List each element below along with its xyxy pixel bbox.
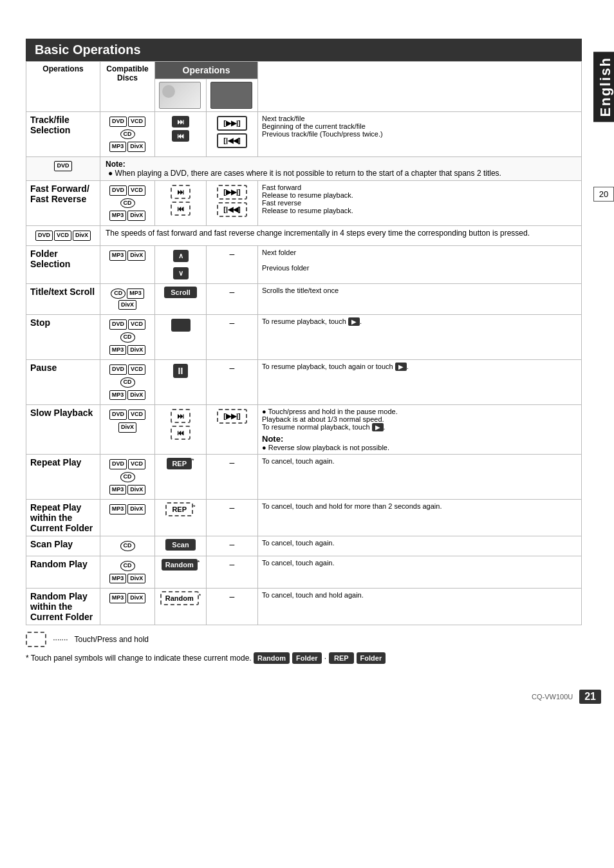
ff-badge-divx: DivX (127, 211, 145, 221)
btn-next-track-remote[interactable]: [▶▶|] (217, 116, 247, 131)
desc-fast: Fast forward Release to resume playback.… (258, 181, 582, 226)
st-badge-divx: DivX (127, 345, 145, 355)
rp-badge-mp3: MP3 (109, 485, 127, 495)
btn-slow-rev[interactable]: ⏮ (171, 426, 191, 440)
discs-scan: CD (100, 536, 155, 556)
discs-random-folder: MP3 DivX (100, 589, 155, 625)
col-header-operations: Operations (26, 62, 100, 112)
note-badge-dvd: DVD (54, 161, 71, 171)
remote-fast: [▶▶|] [|◀◀] (207, 181, 258, 226)
btn-scroll[interactable]: Scroll (164, 287, 197, 298)
desc-scan: To cancel, touch again. (258, 536, 582, 556)
discs-track: DVD VCD CD MP3 DivX (100, 112, 155, 157)
row-fast-forward: Fast Forward/Fast Reverse DVD VCD CD MP3… (26, 181, 582, 226)
speed-note-text: The speeds of fast forward and fast reve… (100, 226, 582, 246)
label-random-folder: Random Play within the Current Folder (26, 589, 100, 625)
touch-repeat-folder: REP* (155, 500, 207, 536)
btn-stop[interactable] (171, 319, 191, 332)
col-header-compatible: CompatibleDiscs (100, 62, 155, 112)
badge-cd: CD (120, 129, 135, 140)
discs-fast: DVD VCD CD MP3 DivX (100, 181, 155, 226)
section-title: Basic Operations (26, 39, 582, 61)
remote-stop: – (207, 315, 258, 360)
row-track-selection: Track/file Selection DVD VCD CD MP3 DivX (26, 112, 582, 157)
label-repeat-play: Repeat Play (26, 455, 100, 500)
bottom-bar: CQ-VW100U 21 (0, 690, 614, 704)
btn-prev-track-remote[interactable]: [|◀◀] (217, 133, 247, 148)
language-tab: English (593, 52, 614, 122)
page-number-bottom: 21 (579, 690, 601, 704)
btn-random-folder[interactable]: Random (160, 591, 199, 605)
desc-folder: Next folder Previous folder (258, 245, 582, 283)
desc-random: To cancel, touch again. (258, 556, 582, 589)
btn-pause[interactable]: II (173, 364, 189, 378)
btn-prev-track-touch[interactable]: ⏮ (172, 130, 189, 142)
discs-slow: DVD VCD DivX (100, 405, 155, 455)
btn-fr-remote[interactable]: [|◀◀] (217, 202, 247, 217)
row-stop: Stop DVD VCD CD MP3 DivX (26, 315, 582, 360)
btn-ff-touch[interactable]: ⏭ (171, 185, 191, 199)
btn-slow-remote[interactable]: [▶▶|] (217, 409, 247, 424)
btn-slow-fwd[interactable]: ⏭ (171, 409, 191, 423)
discs-folder: MP3 DivX (100, 245, 155, 283)
btn-rep-folder[interactable]: REP (165, 502, 193, 516)
ran-badge-divx: DivX (127, 574, 145, 584)
pa-badge-mp3: MP3 (109, 390, 127, 401)
touch-repeat: REP* (155, 455, 207, 500)
desc-stop: To resume playback, touch ▶. (258, 315, 582, 360)
label-fast-forward: Fast Forward/Fast Reverse (26, 181, 100, 226)
discs-random: CD MP3 DivX (100, 556, 155, 589)
remote-folder: – (207, 245, 258, 283)
btn-ff-remote[interactable]: [▶▶|] (217, 185, 247, 200)
row-title-scroll: Title/text Scroll CD MP3 DivX Scroll – (26, 283, 582, 314)
footer-rep-btn: REP (329, 652, 354, 664)
ts-badge-cd: CD (111, 288, 126, 299)
badge-dvd: DVD (109, 117, 127, 127)
desc-scroll: Scrolls the title/text once (258, 283, 582, 314)
remote-track: [▶▶|] [|◀◀] (207, 112, 258, 157)
btn-random[interactable]: Random (162, 559, 198, 571)
col-header-ops-span: Operations (155, 62, 258, 79)
row-pause: Pause DVD VCD CD MP3 DivX (26, 360, 582, 405)
btn-folder-down[interactable]: ∨ (173, 267, 189, 279)
btn-folder-up[interactable]: ∧ (173, 250, 189, 262)
label-scan-play: Scan Play (26, 536, 100, 556)
label-title-scroll: Title/text Scroll (26, 283, 100, 314)
discs-repeat-folder: MP3 DivX (100, 500, 155, 536)
ff-badge-cd: CD (120, 198, 135, 209)
btn-fr-touch[interactable]: ⏮ (171, 202, 191, 216)
remote-scan: – (207, 536, 258, 556)
rp-badge-vcd: VCD (128, 459, 145, 469)
touch-slow: ⏭ ⏮ (155, 405, 207, 455)
touch-random-folder: Random* (155, 589, 207, 625)
touch-panel-graphic (159, 82, 201, 109)
note-disc-cell: DVD (26, 157, 100, 181)
rf-badge-divx: DivX (127, 504, 145, 514)
btn-rep[interactable]: REP (167, 458, 192, 469)
label-random-play: Random Play (26, 556, 100, 589)
sl-badge-vcd: VCD (128, 410, 145, 420)
pa-badge-divx: DivX (127, 390, 145, 401)
remote-graphic (210, 82, 252, 109)
remote-scroll: – (207, 283, 258, 314)
ts-badge-divx: DivX (118, 300, 136, 310)
desc-slow: ● Touch/press and hold in the pause mode… (258, 405, 582, 455)
ranf-badge-divx: DivX (127, 593, 145, 603)
sl-badge-divx: DivX (118, 422, 136, 433)
sn-badge-dvd: DVD (35, 231, 53, 241)
ff-badge-dvd: DVD (109, 185, 127, 196)
row-random-folder: Random Play within the Current Folder MP… (26, 589, 582, 625)
table-header-row: Operations CompatibleDiscs Operations (26, 62, 582, 79)
footer-note-text: * Touch panel symbols will change to ind… (26, 654, 252, 663)
btn-scan[interactable]: Scan (165, 539, 195, 551)
btn-next-track-touch[interactable]: ⏭ (172, 116, 189, 127)
fs-badge-divx: DivX (127, 250, 145, 261)
touch-panel-header (155, 79, 207, 112)
footer-badges: Random Folder · REP Folder (254, 652, 386, 664)
label-folder-selection: Folder Selection (26, 245, 100, 283)
operations-table: Operations CompatibleDiscs Operations Tr… (26, 61, 582, 625)
remote-header (207, 79, 258, 112)
discs-pause: DVD VCD CD MP3 DivX (100, 360, 155, 405)
speed-note-discs: DVD VCD DivX (26, 226, 100, 246)
desc-repeat-folder: To cancel, touch and hold for more than … (258, 500, 582, 536)
